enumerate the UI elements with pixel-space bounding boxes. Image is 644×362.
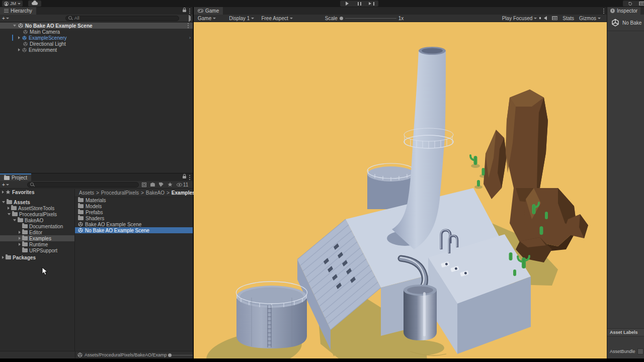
undo-history-button[interactable] [623, 1, 637, 7]
lock-icon[interactable] [183, 10, 186, 12]
prefab-open-arrow[interactable]: › [189, 35, 191, 40]
scene-menu-icon[interactable] [188, 25, 189, 26]
folder-icon [22, 242, 28, 246]
create-button[interactable]: + [2, 182, 9, 188]
expand-arrow-icon[interactable] [19, 231, 21, 234]
gizmos-dropdown[interactable]: Gizmos [579, 16, 601, 21]
folder-icon [22, 236, 28, 240]
aspect-ratio-dropdown[interactable]: Free Aspect [261, 16, 292, 21]
project-status-bar: Assets/ProceduralPixels/BakeAO/Examp [0, 351, 193, 358]
folder-icon [7, 200, 12, 204]
lock-icon[interactable] [183, 176, 186, 178]
hierarchy-scene-row[interactable]: No Bake AO Example Scene [0, 23, 193, 29]
scale-slider-knob[interactable] [340, 17, 343, 20]
breadcrumb[interactable]: Assets > ProceduralPixels > BakeAO > Exa… [75, 189, 193, 197]
tab-game[interactable]: Game [194, 7, 223, 15]
display-dropdown[interactable]: Display 1 [229, 16, 254, 21]
cloud-services-button[interactable] [28, 1, 41, 7]
hierarchy-item-main-camera[interactable]: Main Camera [0, 29, 193, 35]
account-label: JM [10, 1, 16, 6]
tree-item-assets[interactable]: Assets [0, 199, 74, 205]
tab-hierarchy[interactable]: Hierarchy [0, 7, 36, 15]
hierarchy-item-environment[interactable]: Environment [0, 47, 193, 53]
scale-slider[interactable]: Scale 1x [325, 16, 404, 21]
tree-item-examples[interactable]: Examples [0, 235, 74, 241]
tree-item-urpsupport[interactable]: URPSupport [0, 247, 74, 253]
expand-arrow-icon[interactable] [19, 237, 21, 240]
file-row-prefabs[interactable]: Prefabs [75, 209, 193, 215]
gameobject-cube-icon [22, 48, 27, 52]
favorites-filter-icon[interactable] [168, 182, 173, 187]
vsync-icon[interactable] [552, 16, 557, 20]
stats-button[interactable]: Stats [562, 16, 574, 21]
folder-icon [6, 255, 11, 259]
expand-arrow-icon[interactable] [8, 207, 10, 210]
tab-inspector[interactable]: Inspector [607, 7, 640, 15]
hierarchy-search-input[interactable]: All [65, 16, 179, 21]
expand-arrow-icon[interactable] [18, 36, 20, 39]
project-search-input[interactable] [27, 182, 139, 188]
folder-icon [22, 224, 28, 228]
expand-arrow-icon[interactable] [19, 243, 21, 246]
play-focused-dropdown[interactable]: Play Focused [502, 16, 537, 21]
file-row-materials[interactable]: Materials [75, 197, 193, 203]
mute-audio-icon[interactable] [544, 16, 547, 20]
selected-asset-path: Assets/ProceduralPixels/BakeAO/Examp [85, 352, 167, 357]
unity-scene-icon [78, 222, 83, 227]
star-icon [6, 190, 11, 195]
unity-editor-window: JM Hierarchy [0, 0, 644, 362]
gameobject-cube-icon [23, 42, 28, 46]
tree-item-documentation[interactable]: Documentation [0, 223, 74, 229]
gameobject-cube-icon [23, 30, 28, 34]
create-button[interactable]: + [2, 16, 9, 21]
game-viewport[interactable] [194, 22, 607, 358]
picker-icon[interactable] [189, 15, 190, 22]
hierarchy-item-directional-light[interactable]: Directional Light [0, 41, 193, 47]
expand-arrow-icon[interactable] [2, 256, 4, 259]
layout-button[interactable] [636, 1, 644, 7]
favorites-row[interactable]: Favorites [0, 189, 74, 195]
expand-arrow-icon[interactable] [18, 48, 20, 51]
hierarchy-icon [4, 9, 9, 13]
asset-labels-header[interactable]: Asset Labels [607, 328, 644, 336]
panel-menu-icon[interactable] [189, 177, 190, 178]
account-button[interactable]: JM [2, 1, 23, 7]
picker-icon[interactable] [142, 183, 146, 187]
tree-item-packages[interactable]: Packages [0, 254, 74, 260]
label-filter-icon[interactable] [159, 183, 164, 187]
file-row-shaders[interactable]: Shaders [75, 215, 193, 221]
package-filter-icon[interactable] [150, 183, 155, 187]
expand-arrow-icon[interactable] [13, 25, 16, 27]
thumbnail-size-slider[interactable] [168, 353, 172, 357]
tab-project[interactable]: Project [0, 173, 31, 181]
tree-item-proceduralpixels[interactable]: ProceduralPixels [0, 211, 74, 217]
search-icon [68, 16, 73, 21]
step-button[interactable] [364, 1, 378, 7]
tree-item-bakeao[interactable]: BakeAO [0, 217, 74, 223]
project-icon [4, 176, 10, 180]
expand-arrow-icon[interactable] [8, 213, 11, 215]
expand-arrow-icon[interactable] [2, 191, 4, 194]
project-panel: Project + 11 [0, 173, 193, 358]
folder-icon [22, 248, 28, 252]
file-row-models[interactable]: Models [75, 203, 193, 209]
expand-arrow-icon[interactable] [13, 219, 16, 221]
tree-item-runtime[interactable]: Runtime [0, 241, 74, 247]
expand-arrow-icon[interactable] [2, 201, 5, 203]
panel-menu-icon[interactable] [603, 11, 604, 12]
tree-item-editor[interactable]: Editor [0, 229, 74, 235]
assetbundle-dropdown[interactable] [637, 348, 643, 354]
cloud-icon [32, 2, 38, 5]
visibility-toggle[interactable]: 11 [177, 182, 188, 188]
tree-item-assetstoretools[interactable]: AssetStoreTools [0, 205, 74, 211]
folder-icon [22, 230, 28, 234]
panel-menu-icon[interactable] [189, 11, 190, 12]
file-row-bake-ao-scene[interactable]: Bake AO Example Scene [75, 221, 193, 227]
chevron-down-icon [6, 184, 9, 186]
file-row-no-bake-ao-scene[interactable]: No Bake AO Example Scene [75, 227, 193, 233]
info-icon [610, 9, 615, 13]
folder-icon [78, 204, 84, 208]
hierarchy-item-examplescenery[interactable]: ExampleScenery › [0, 35, 193, 41]
history-icon [628, 2, 632, 6]
game-view-dropdown[interactable]: Game [198, 16, 216, 21]
